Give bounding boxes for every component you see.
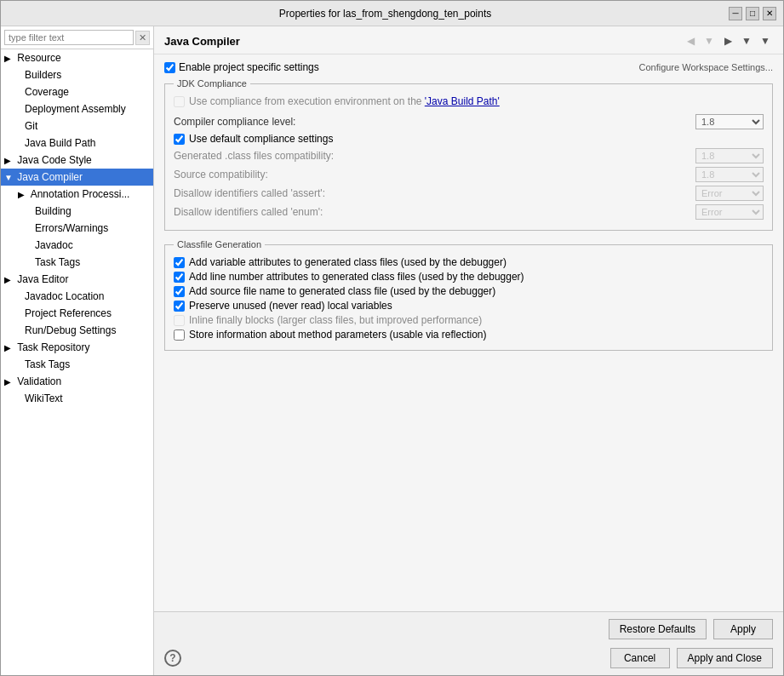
sidebar: ✕ ▶ Resource Builders Coverage Deploymen… xyxy=(1,26,154,675)
use-execution-env-row: Use compliance from execution environmen… xyxy=(174,95,764,107)
generated-class-row: Generated .class files compatibility: 1.… xyxy=(174,148,764,163)
sidebar-item-validation[interactable]: ▶ Validation xyxy=(1,373,153,390)
generated-class-select[interactable]: 1.8 xyxy=(695,148,764,163)
classfile-item3-checkbox[interactable] xyxy=(174,286,185,297)
sidebar-item-project-references[interactable]: Project References xyxy=(1,305,153,322)
restore-defaults-button[interactable]: Restore Defaults xyxy=(609,619,707,639)
arrow-icon: ▼ xyxy=(4,173,14,182)
sidebar-item-task-tags[interactable]: Task Tags xyxy=(1,356,153,373)
help-button[interactable]: ? xyxy=(164,650,181,667)
arrow-icon: ▶ xyxy=(4,377,14,387)
disallow-assert-select[interactable]: Error xyxy=(695,186,764,201)
sidebar-item-annotation-processing[interactable]: ▶ Annotation Processi... xyxy=(1,186,153,203)
arrow-icon: ▶ xyxy=(4,156,14,165)
panel-body: Enable project specific settings Configu… xyxy=(154,54,783,611)
source-compat-select[interactable]: 1.8 xyxy=(695,167,764,182)
java-build-path-link[interactable]: 'Java Build Path' xyxy=(425,95,500,107)
use-default-checkbox[interactable] xyxy=(174,134,185,145)
use-default-compliance-row: Use default compliance settings xyxy=(174,133,764,145)
apply-button[interactable]: Apply xyxy=(713,619,773,639)
maximize-button[interactable]: □ xyxy=(746,7,759,20)
sidebar-item-wikitext[interactable]: WikiText xyxy=(1,390,153,407)
compliance-level-row: Compiler compliance level: 1.8 1.7 1.6 xyxy=(174,114,764,129)
back-button[interactable]: ◀ xyxy=(683,33,698,49)
sidebar-item-java-editor[interactable]: ▶ Java Editor xyxy=(1,271,153,288)
classfile-item3-row: Add source file name to generated class … xyxy=(174,285,764,297)
panel-toolbar: ◀ ▼ ▶ ▼ ▼ xyxy=(683,33,773,49)
classfile-item5-row: Inline finally blocks (larger class file… xyxy=(174,314,764,326)
classfile-item1-row: Add variable attributes to generated cla… xyxy=(174,256,764,268)
panel-header: Java Compiler ◀ ▼ ▶ ▼ ▼ xyxy=(154,26,783,54)
source-compat-label: Source compatibility: xyxy=(174,169,695,180)
sidebar-item-errors-warnings[interactable]: Errors/Warnings xyxy=(1,220,153,237)
panel-title: Java Compiler xyxy=(164,35,240,48)
enable-specific-checkbox[interactable] xyxy=(164,62,175,73)
right-panel: Java Compiler ◀ ▼ ▶ ▼ ▼ Enable project s… xyxy=(154,26,783,675)
classfile-item6-row: Store information about method parameter… xyxy=(174,329,764,341)
enable-specific-row: Enable project specific settings Configu… xyxy=(164,61,773,73)
sidebar-item-java-build-path[interactable]: Java Build Path xyxy=(1,135,153,152)
sidebar-item-deployment-assembly[interactable]: Deployment Assembly xyxy=(1,100,153,117)
disallow-assert-row: Disallow identifiers called 'assert': Er… xyxy=(174,186,764,201)
source-compat-row: Source compatibility: 1.8 xyxy=(174,167,764,182)
sidebar-item-coverage[interactable]: Coverage xyxy=(1,83,153,100)
disallow-assert-label: Disallow identifiers called 'assert': xyxy=(174,187,695,199)
title-bar-controls: ─ □ ✕ xyxy=(729,7,776,20)
forward-button[interactable]: ▶ xyxy=(720,33,735,49)
generated-class-label: Generated .class files compatibility: xyxy=(174,150,695,162)
back-dropdown-button[interactable]: ▼ xyxy=(701,33,717,49)
jdk-compliance-section: JDK Compliance Use compliance from execu… xyxy=(164,78,773,231)
filter-box: ✕ xyxy=(1,26,153,49)
apply-row: Restore Defaults Apply xyxy=(154,612,783,643)
disallow-enum-label: Disallow identifiers called 'enum': xyxy=(174,206,695,218)
properties-window: Properties for las_from_shengdong_ten_po… xyxy=(0,0,784,676)
sidebar-item-java-compiler[interactable]: ▼ Java Compiler xyxy=(1,169,153,186)
jdk-compliance-legend: JDK Compliance xyxy=(174,78,250,89)
arrow-icon: ▶ xyxy=(4,54,14,63)
minimize-button[interactable]: ─ xyxy=(729,7,742,20)
menu-button[interactable]: ▼ xyxy=(758,33,773,49)
configure-workspace-link[interactable]: Configure Workspace Settings... xyxy=(638,62,773,72)
sidebar-item-builders[interactable]: Builders xyxy=(1,66,153,83)
title-bar: Properties for las_from_shengdong_ten_po… xyxy=(1,1,783,26)
close-button[interactable]: ✕ xyxy=(763,7,776,20)
filter-input[interactable] xyxy=(4,30,134,45)
classfile-item6-checkbox[interactable] xyxy=(174,329,185,341)
arrow-icon: ▶ xyxy=(18,190,28,199)
classfile-item4-checkbox[interactable] xyxy=(174,301,185,312)
apply-close-button[interactable]: Apply and Close xyxy=(677,648,773,668)
classfile-item5-checkbox xyxy=(174,315,185,326)
sidebar-item-git[interactable]: Git xyxy=(1,117,153,135)
sidebar-item-run-debug[interactable]: Run/Debug Settings xyxy=(1,322,153,339)
sidebar-item-javadoc-sub[interactable]: Javadoc xyxy=(1,237,153,254)
classfile-item2-checkbox[interactable] xyxy=(174,272,185,283)
window-title: Properties for las_from_shengdong_ten_po… xyxy=(42,8,729,20)
sidebar-item-javadoc-location[interactable]: Javadoc Location xyxy=(1,288,153,305)
sidebar-item-task-repository[interactable]: ▶ Task Repository xyxy=(1,339,153,356)
forward-dropdown-button[interactable]: ▼ xyxy=(739,33,754,49)
sidebar-item-task-tags-sub[interactable]: Task Tags xyxy=(1,254,153,271)
main-content: ✕ ▶ Resource Builders Coverage Deploymen… xyxy=(1,26,783,675)
arrow-icon: ▶ xyxy=(4,275,14,284)
footer-row: ? Cancel Apply and Close xyxy=(154,643,783,675)
classfile-item4-row: Preserve unused (never read) local varia… xyxy=(174,300,764,312)
enable-specific-label[interactable]: Enable project specific settings xyxy=(164,61,319,73)
compliance-level-select[interactable]: 1.8 1.7 1.6 xyxy=(695,114,764,129)
classfile-item2-row: Add line number attributes to generated … xyxy=(174,271,764,283)
classfile-item1-checkbox[interactable] xyxy=(174,257,185,268)
classfile-generation-legend: Classfile Generation xyxy=(174,239,265,249)
disallow-enum-row: Disallow identifiers called 'enum': Erro… xyxy=(174,204,764,220)
classfile-generation-section: Classfile Generation Add variable attrib… xyxy=(164,239,773,351)
compliance-level-label: Compiler compliance level: xyxy=(174,116,695,128)
bottom-area: Restore Defaults Apply ? Cancel Apply an… xyxy=(154,611,783,675)
sidebar-item-resource[interactable]: ▶ Resource xyxy=(1,49,153,66)
arrow-icon: ▶ xyxy=(4,343,14,352)
sidebar-item-building[interactable]: Building xyxy=(1,203,153,220)
disallow-enum-select[interactable]: Error xyxy=(695,204,764,220)
use-execution-env-checkbox xyxy=(174,96,185,107)
cancel-button[interactable]: Cancel xyxy=(610,648,670,668)
sidebar-item-java-code-style[interactable]: ▶ Java Code Style xyxy=(1,152,153,169)
filter-clear-button[interactable]: ✕ xyxy=(135,31,150,45)
